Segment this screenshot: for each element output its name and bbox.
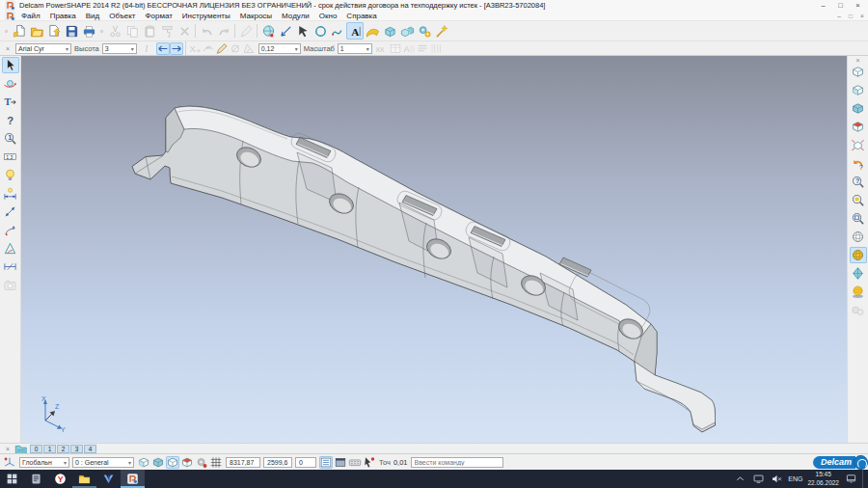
menu-item-0[interactable]: Файл	[16, 12, 45, 20]
undo-button[interactable]	[198, 22, 215, 40]
wireframe-view-button[interactable]	[850, 229, 867, 245]
mdi-close-button[interactable]: ×	[856, 11, 868, 21]
dimension-radius-button[interactable]	[2, 222, 19, 238]
menu-item-4[interactable]: Формат	[140, 12, 176, 20]
level-tab-3[interactable]: 3	[70, 445, 83, 453]
grid-button[interactable]	[209, 456, 223, 469]
scale-select[interactable]: 1	[338, 43, 372, 54]
dimension-linear-button[interactable]	[2, 185, 19, 202]
compare-view-button[interactable]	[850, 302, 867, 318]
iso1-view-button[interactable]	[850, 64, 867, 80]
import-button[interactable]	[45, 22, 63, 40]
level-tab-2[interactable]: 2	[57, 445, 69, 453]
dynamic-view-button[interactable]	[2, 75, 19, 92]
text-button[interactable]: A	[346, 22, 364, 40]
delete-button[interactable]	[176, 22, 193, 40]
assembly-button[interactable]	[416, 22, 433, 40]
shaded-view-button[interactable]	[850, 247, 867, 263]
columns-button[interactable]	[429, 42, 443, 55]
taskbar-cad-viewer[interactable]	[96, 470, 121, 488]
start-button[interactable]	[0, 470, 24, 488]
workplane-edit-button[interactable]	[166, 456, 179, 469]
levels-close-icon[interactable]: ×	[3, 446, 13, 452]
mirror-text-button[interactable]: X	[188, 42, 202, 55]
angle-symbol-button[interactable]	[242, 42, 256, 55]
command-input[interactable]	[411, 457, 503, 468]
edit-text-button[interactable]	[215, 42, 229, 55]
right-toolbar-close-icon[interactable]: ×	[854, 57, 863, 64]
feature-button[interactable]	[398, 22, 416, 40]
workplane-lock-button[interactable]	[180, 456, 194, 469]
coordinate-x-field[interactable]: 8317,87	[226, 457, 260, 468]
surface-button[interactable]	[364, 22, 381, 40]
measure-button[interactable]: 1,3	[2, 149, 19, 165]
zoom-one-button[interactable]: 1	[2, 130, 19, 147]
zoom-box-button[interactable]	[850, 210, 867, 227]
dimension-horizontal-button[interactable]	[2, 258, 19, 275]
paragraph-button[interactable]	[416, 42, 429, 55]
dimension-line-button[interactable]	[2, 203, 19, 220]
snap-options-button[interactable]	[195, 456, 208, 469]
level-tab-4[interactable]: 4	[84, 445, 96, 453]
intelligent-cursor-button[interactable]	[363, 456, 376, 469]
font-select[interactable]: Arial Cyr	[15, 43, 71, 54]
open-model-button[interactable]	[28, 22, 45, 40]
mdi-minimize-button[interactable]: –	[833, 11, 845, 21]
diameter-symbol-button[interactable]	[229, 42, 242, 55]
zoom-full-button[interactable]	[850, 192, 867, 208]
paste-button[interactable]	[141, 22, 158, 40]
rotate-view-button[interactable]	[850, 137, 867, 153]
maximize-button[interactable]: □	[833, 0, 848, 11]
taskbar-file-explorer[interactable]	[72, 470, 96, 488]
workplane-create-button[interactable]	[137, 456, 150, 469]
menu-item-7[interactable]: Модули	[277, 12, 314, 20]
tray-volume-muted-icon[interactable]	[770, 473, 783, 485]
translucent-view-button[interactable]	[850, 265, 867, 282]
menu-item-6[interactable]: Макросы	[235, 12, 277, 20]
pitch-select[interactable]: 0,12	[258, 43, 301, 54]
raise-window-button[interactable]	[334, 456, 347, 469]
viewport-3d[interactable]: X Y Z	[21, 56, 847, 443]
menu-item-5[interactable]: Инструменты	[177, 12, 235, 20]
taskbar-powershape[interactable]	[121, 470, 145, 488]
iso2-view-button[interactable]	[850, 82, 867, 98]
arc-button[interactable]	[294, 22, 312, 40]
workplane-multi-button[interactable]	[151, 456, 165, 469]
tray-notification-icon[interactable]	[844, 473, 857, 485]
text-align-left-button[interactable]	[156, 42, 170, 55]
menu-item-9[interactable]: Справка	[341, 12, 381, 20]
text-align-right-button[interactable]	[170, 42, 183, 55]
minimize-button[interactable]: –	[816, 0, 830, 11]
dimension-angle-button[interactable]	[2, 240, 19, 257]
select-button[interactable]	[2, 57, 19, 73]
menu-item-3[interactable]: Объект	[104, 12, 140, 20]
format-painter-button[interactable]	[158, 22, 176, 40]
tangent-edit-button[interactable]	[237, 22, 255, 40]
calculator-button[interactable]	[348, 456, 362, 469]
curve-button[interactable]	[329, 22, 346, 40]
previous-view-button[interactable]: ?	[850, 155, 867, 172]
new-model-button[interactable]	[11, 22, 28, 40]
highlight-button[interactable]	[2, 167, 19, 183]
mdi-restore-button[interactable]: □	[845, 11, 856, 21]
font-grid-button[interactable]: А	[402, 42, 416, 55]
tray-chevron-icon[interactable]	[733, 473, 746, 485]
kerning-button[interactable]: КК	[375, 42, 389, 55]
save-button[interactable]	[63, 22, 80, 40]
tray-display-icon[interactable]	[751, 473, 765, 485]
level-tab-1[interactable]: 1	[43, 445, 56, 453]
spacing-button[interactable]	[389, 42, 402, 55]
menu-item-1[interactable]: Правка	[45, 12, 81, 20]
text-on-curve-button[interactable]: ab	[202, 42, 215, 55]
workplane-select[interactable]: Глобальн	[19, 457, 69, 468]
query-button[interactable]: ?	[2, 112, 19, 128]
item-list-button[interactable]	[319, 456, 333, 469]
show-desktop-button[interactable]	[862, 470, 867, 488]
menu-item-2[interactable]: Вид	[81, 12, 104, 20]
top-view-button[interactable]	[850, 119, 867, 135]
zoom-query-button[interactable]: ?	[850, 174, 867, 190]
text-edit-button[interactable]: T	[2, 94, 19, 110]
shadow-view-button[interactable]	[850, 284, 867, 300]
menu-item-8[interactable]: Окно	[314, 12, 342, 20]
copy-button[interactable]	[123, 22, 141, 40]
